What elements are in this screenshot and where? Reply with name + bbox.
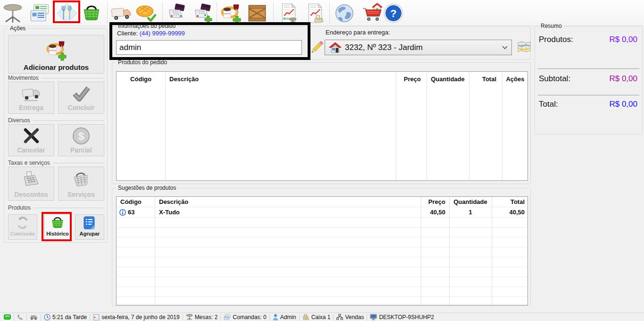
cell-preco: 40,50 bbox=[421, 209, 445, 216]
toolbar-button-produtos[interactable] bbox=[219, 2, 242, 25]
section-label: Movimentos bbox=[8, 75, 39, 81]
toolbar-button-estoque[interactable] bbox=[246, 2, 268, 25]
column-separator bbox=[165, 72, 166, 180]
status-separator bbox=[183, 314, 183, 321]
x-icon bbox=[22, 127, 41, 144]
comissao-label: Comissão bbox=[10, 230, 35, 237]
column-separator bbox=[502, 72, 502, 180]
toolbar-button-vendas-web[interactable] bbox=[361, 2, 384, 25]
suggestions-header-row: Código Descrição Preço Quantidade Total bbox=[117, 197, 527, 207]
suggestion-empty-row bbox=[117, 287, 527, 297]
comissao-button[interactable]: Comissão bbox=[8, 214, 37, 240]
toolbar-separator bbox=[217, 2, 217, 24]
phone-icon bbox=[17, 314, 24, 321]
suggestion-empty-row bbox=[117, 297, 527, 305]
toolbar-separator bbox=[162, 2, 163, 24]
toolbar-separator bbox=[273, 2, 274, 24]
status-caixa: Caixa 1 bbox=[301, 314, 333, 321]
col-header-total: Total bbox=[469, 76, 499, 83]
map-button[interactable] bbox=[517, 41, 531, 53]
summary-subtotal-value: R$ 0,00 bbox=[609, 74, 637, 84]
suggestion-empty-row bbox=[117, 237, 527, 247]
section-divider bbox=[42, 78, 104, 78]
status-host-label: DESKTOP-9SHUHP2 bbox=[379, 314, 434, 321]
col-header-quantidade: Quantidade bbox=[449, 198, 492, 205]
servicos-button[interactable]: Serviços bbox=[58, 167, 104, 201]
status-mesas-label: Mesas: 2 bbox=[195, 314, 218, 321]
summary-title: Resumo bbox=[539, 23, 564, 29]
status-comandas: Comandas: 0 bbox=[222, 314, 268, 321]
delivery-truck-icon bbox=[110, 3, 132, 23]
vehicle-icon bbox=[30, 314, 38, 320]
suggestion-empty-row bbox=[117, 228, 527, 237]
status-separator bbox=[367, 314, 367, 321]
toolbar-button-web[interactable] bbox=[333, 2, 356, 25]
status-mesas: Mesas: 2 bbox=[184, 314, 220, 321]
cell-codigo: 63 bbox=[128, 209, 134, 216]
toolbar-button-relatorio-mesas[interactable] bbox=[277, 2, 300, 25]
monitor-icon bbox=[370, 314, 377, 321]
cards-small-icon bbox=[224, 314, 231, 320]
globe-icon bbox=[334, 3, 355, 24]
register-gray-icon bbox=[21, 170, 42, 189]
toolbar-button-entregas[interactable] bbox=[110, 2, 133, 25]
agrupar-button[interactable]: Agrupar bbox=[75, 214, 104, 240]
suggestion-row[interactable]: 63 X-Tudo 40,50 1 40,50 bbox=[117, 207, 527, 218]
add-products-icon bbox=[220, 2, 242, 24]
stock-crate-icon bbox=[247, 3, 268, 24]
agrupar-label: Agrupar bbox=[80, 230, 100, 237]
section-divider bbox=[33, 120, 104, 121]
col-header-acoes: Ações bbox=[502, 76, 528, 83]
status-separator bbox=[220, 314, 221, 321]
status-date-label: sexta-feira, 7 de junho de 2019 bbox=[101, 314, 179, 321]
summary-subtotal-label: Subtotal: bbox=[539, 74, 570, 84]
map-icon bbox=[517, 41, 531, 53]
status-separator bbox=[90, 314, 90, 321]
toolbar-button-relatorio-caixa[interactable] bbox=[304, 2, 326, 25]
column-separator bbox=[449, 197, 450, 305]
entrega-button[interactable]: Entrega bbox=[8, 82, 54, 114]
delivery-address-select[interactable]: 3232, Nº 323 - Jardim bbox=[325, 40, 512, 55]
svg-text:?: ? bbox=[390, 8, 396, 19]
add-products-icon bbox=[45, 39, 67, 61]
summary-products-value: R$ 0,00 bbox=[609, 35, 637, 44]
toolbar-button-caixa[interactable] bbox=[166, 2, 188, 25]
toolbar-button-ajuda[interactable]: ? bbox=[382, 2, 405, 25]
report-tables-icon bbox=[279, 3, 299, 24]
edit-client-button[interactable] bbox=[310, 41, 323, 54]
concluir-button[interactable]: Concluir bbox=[58, 82, 104, 114]
suggestion-empty-row bbox=[117, 257, 527, 267]
selected-address: 3232, Nº 323 - Jardim bbox=[345, 43, 499, 52]
status-module: Vendas bbox=[335, 314, 366, 321]
toolbar-separator bbox=[329, 2, 330, 24]
annotation-black-box-client-info bbox=[109, 22, 310, 60]
chevron-down-icon bbox=[502, 46, 508, 50]
summary-total-value: R$ 0,00 bbox=[609, 100, 637, 109]
led-icon bbox=[4, 314, 11, 320]
status-caixa-label: Caixa 1 bbox=[311, 314, 331, 321]
order-products-panel: Produtos do pedido Código Descrição Preç… bbox=[112, 62, 531, 184]
section-diversos: Diversos bbox=[8, 117, 104, 124]
suggestions-title: Sugestões de produtos bbox=[116, 185, 178, 191]
parcial-button[interactable]: $ Parcial bbox=[58, 124, 104, 156]
toolbar-button-caixa-novo[interactable] bbox=[192, 2, 214, 25]
col-header-codigo: Código bbox=[120, 198, 142, 205]
status-led bbox=[2, 314, 13, 320]
actions-panel-title: Ações bbox=[8, 25, 27, 32]
add-products-button[interactable]: Adicionar produtos bbox=[8, 35, 104, 74]
register-small-icon bbox=[302, 314, 309, 320]
col-header-descricao: Descrição bbox=[169, 76, 199, 83]
descontos-button[interactable]: Descontos bbox=[8, 167, 54, 201]
col-header-quantidade: Quantidade bbox=[427, 76, 469, 83]
toolbar-button-cesta[interactable] bbox=[80, 2, 103, 25]
col-header-total: Total bbox=[492, 198, 525, 205]
toolbar-button-mesas[interactable] bbox=[1, 2, 24, 25]
entrega-label: Entrega bbox=[19, 104, 43, 111]
concluir-label: Concluir bbox=[68, 104, 95, 111]
toolbar-button-pedidos[interactable] bbox=[134, 2, 157, 25]
dollar-circle-icon: $ bbox=[72, 127, 91, 145]
cancelar-button[interactable]: Cancelar bbox=[8, 124, 54, 156]
status-time: 5:21 da Tarde bbox=[42, 314, 89, 321]
toolbar-button-clientes[interactable] bbox=[28, 2, 51, 25]
column-separator bbox=[421, 197, 421, 305]
